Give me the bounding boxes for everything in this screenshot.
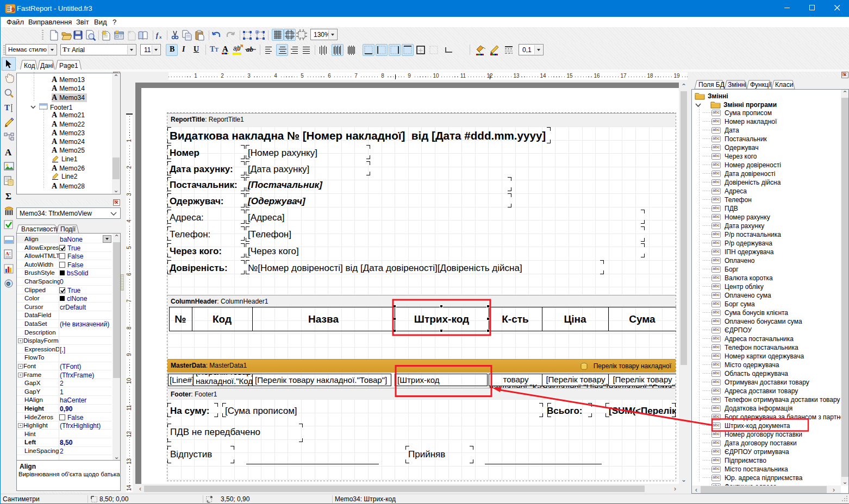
svg-text:f: f [156,32,159,39]
svg-text:A: A [5,251,9,256]
svg-text:Дані: Дані [40,62,53,70]
svg-text:Події: Події [60,225,76,233]
svg-text:Класи: Класи [775,81,793,89]
svg-text:Властивості: Властивості [21,225,58,233]
svg-text:x: x [159,34,162,40]
svg-text:Page1: Page1 [59,62,78,70]
svg-text:Код: Код [24,62,35,70]
svg-text:T: T [4,103,10,112]
svg-text:Функції: Функції [750,81,772,89]
svg-text:Поля БД: Поля БД [698,81,725,89]
svg-text:Змінні: Змінні [728,81,746,89]
svg-text:A: A [5,147,12,158]
svg-text:9: 9 [11,7,15,13]
svg-text:⚙: ⚙ [6,281,11,287]
svg-text:Σ: Σ [5,191,11,201]
